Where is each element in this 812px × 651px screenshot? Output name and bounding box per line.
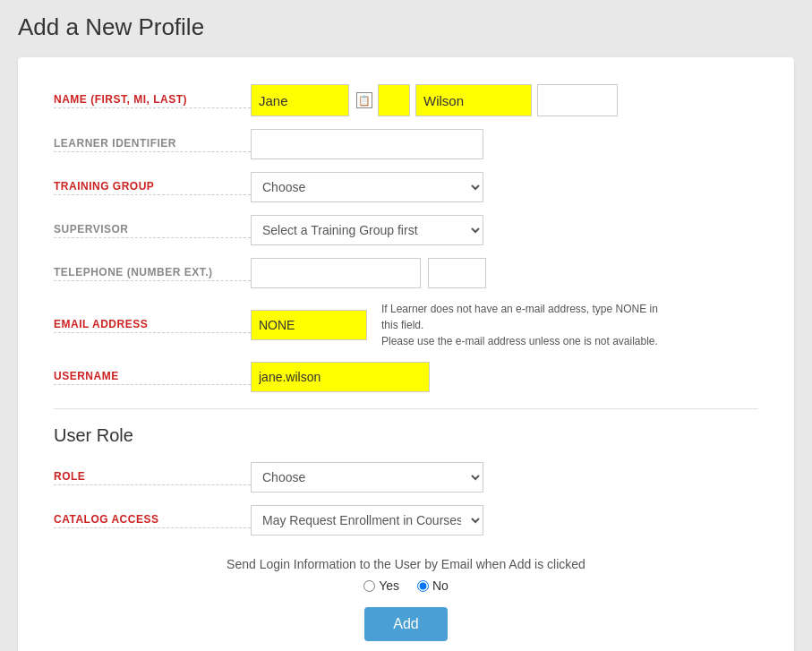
telephone-ext-input[interactable]: [428, 258, 486, 288]
name-fields: 📋: [251, 84, 758, 116]
send-info-text: Send Login Information to the User by Em…: [54, 557, 758, 571]
training-group-row: TRAINING GROUP Choose: [54, 172, 758, 202]
catalog-select[interactable]: May Request Enrollment in Courses Full A…: [251, 505, 483, 535]
email-label: EMAIL ADDRESS: [54, 318, 251, 333]
email-input[interactable]: [251, 310, 367, 340]
role-label: ROLE: [54, 470, 251, 485]
telephone-row: TELEPHONE (NUMBER EXT.): [54, 258, 758, 288]
name-last-input[interactable]: [415, 84, 532, 116]
training-group-select[interactable]: Choose: [251, 172, 483, 202]
name-suffix-input[interactable]: [537, 84, 618, 116]
catalog-label: CATALOG ACCESS: [54, 513, 251, 528]
username-row: USERNAME: [54, 362, 758, 392]
role-select[interactable]: Choose Administrator Learner Supervisor: [251, 462, 483, 493]
training-group-label: TRAINING GROUP: [54, 180, 251, 195]
mi-icon[interactable]: 📋: [356, 92, 372, 108]
supervisor-row: SUPERVISOR Select a Training Group first: [54, 215, 758, 245]
user-role-section: User Role ROLE Choose Administrator Lear…: [54, 425, 758, 535]
username-label: USERNAME: [54, 370, 251, 385]
catalog-row: CATALOG ACCESS May Request Enrollment in…: [54, 505, 758, 535]
username-input[interactable]: [251, 362, 430, 392]
name-mi-input[interactable]: [378, 84, 410, 116]
learner-id-label: LEARNER IDENTIFIER: [54, 137, 251, 152]
user-role-heading: User Role: [54, 425, 758, 446]
section-divider: [54, 408, 758, 409]
add-button[interactable]: Add: [364, 607, 447, 641]
learner-id-input[interactable]: [251, 129, 483, 159]
form-card: NAME (FIRST, MI, LAST) 📋 LEARNER IDENTIF…: [18, 57, 794, 651]
page-title: Add a New Profile: [18, 13, 794, 41]
role-row: ROLE Choose Administrator Learner Superv…: [54, 462, 758, 493]
no-radio[interactable]: [417, 580, 429, 592]
name-row: NAME (FIRST, MI, LAST) 📋: [54, 84, 758, 116]
telephone-label: TELEPHONE (NUMBER EXT.): [54, 266, 251, 281]
no-radio-label[interactable]: No: [417, 578, 449, 593]
yes-radio[interactable]: [363, 580, 375, 592]
add-btn-row: Add: [54, 607, 758, 641]
email-row: EMAIL ADDRESS If Learner does not have a…: [54, 301, 758, 349]
radio-group: Yes No: [54, 578, 758, 593]
supervisor-label: SUPERVISOR: [54, 223, 251, 238]
telephone-fields: [251, 258, 486, 288]
learner-id-row: LEARNER IDENTIFIER: [54, 129, 758, 159]
yes-radio-label[interactable]: Yes: [363, 578, 399, 593]
telephone-input[interactable]: [251, 258, 421, 288]
page-container: Add a New Profile NAME (FIRST, MI, LAST)…: [0, 0, 812, 651]
email-hint: If Learner does not have an e-mail addre…: [381, 301, 668, 349]
supervisor-select[interactable]: Select a Training Group first: [251, 215, 483, 245]
send-info-section: Send Login Information to the User by Em…: [54, 557, 758, 593]
name-first-input[interactable]: [251, 84, 349, 116]
name-label: NAME (FIRST, MI, LAST): [54, 93, 251, 108]
